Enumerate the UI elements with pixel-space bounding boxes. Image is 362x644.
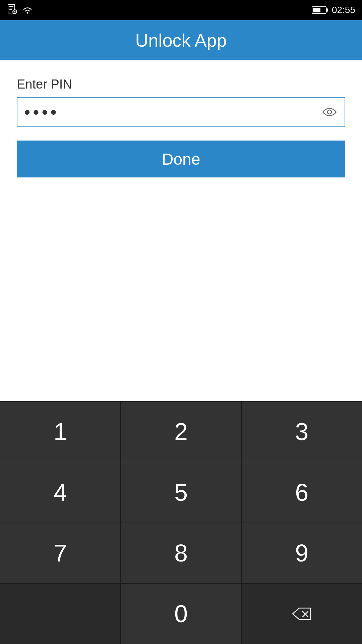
keyboard-row-3: 7 8 9 <box>0 523 362 583</box>
keyboard-row-2: 4 5 6 <box>0 462 362 523</box>
pin-label: Enter PIN <box>17 77 345 92</box>
key-6[interactable]: 6 <box>242 462 362 523</box>
done-button[interactable]: Done <box>17 141 345 177</box>
key-3[interactable]: 3 <box>242 401 362 462</box>
key-2[interactable]: 2 <box>121 401 241 462</box>
eye-icon[interactable] <box>321 104 338 120</box>
numeric-keyboard: 1 2 3 4 5 6 7 8 9 0 <box>0 401 362 644</box>
page-title: Unlock App <box>135 30 227 51</box>
keyboard-row-1: 1 2 3 <box>0 401 362 462</box>
pin-dots: •••• <box>24 103 321 121</box>
battery-indicator <box>312 6 326 14</box>
svg-point-7 <box>27 12 28 13</box>
status-icons-left <box>7 4 34 17</box>
svg-point-8 <box>327 110 331 114</box>
key-backspace[interactable] <box>242 584 362 644</box>
key-5[interactable]: 5 <box>121 462 241 523</box>
keyboard-row-4: 0 <box>0 583 362 644</box>
key-empty <box>0 584 121 644</box>
pin-input-wrapper[interactable]: •••• <box>17 97 345 127</box>
app-header: Unlock App <box>0 20 362 60</box>
key-7[interactable]: 7 <box>0 523 121 583</box>
key-9[interactable]: 9 <box>242 523 362 583</box>
status-time: 02:55 <box>332 5 355 15</box>
status-bar: 02:55 <box>0 0 362 20</box>
status-icons-right: 02:55 <box>312 5 355 15</box>
key-4[interactable]: 4 <box>0 462 121 523</box>
key-0[interactable]: 0 <box>121 584 241 644</box>
wifi-icon <box>21 4 34 17</box>
key-8[interactable]: 8 <box>121 523 241 583</box>
key-1[interactable]: 1 <box>0 401 121 462</box>
main-content: Enter PIN •••• Done <box>0 60 362 401</box>
note-icon <box>7 4 17 17</box>
